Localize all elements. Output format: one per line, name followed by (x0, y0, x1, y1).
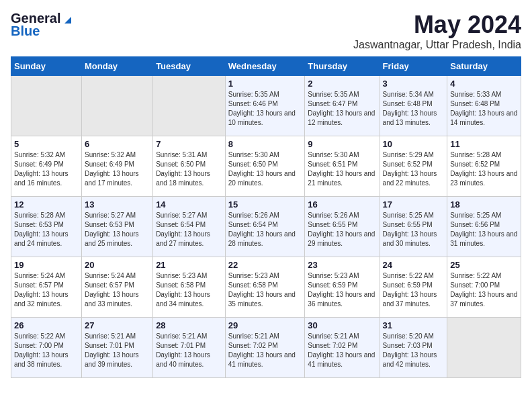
day-info: Sunrise: 5:30 AM Sunset: 6:51 PM Dayligh… (308, 150, 376, 188)
calendar-cell (81, 76, 152, 136)
day-number: 30 (308, 320, 376, 330)
day-info: Sunrise: 5:35 AM Sunset: 6:46 PM Dayligh… (228, 90, 302, 128)
day-number: 25 (450, 260, 518, 270)
day-number: 20 (85, 260, 150, 270)
day-info: Sunrise: 5:24 AM Sunset: 6:57 PM Dayligh… (85, 271, 150, 309)
calendar-cell: 4 Sunrise: 5:33 AM Sunset: 6:48 PM Dayli… (447, 76, 521, 136)
day-number: 13 (85, 199, 150, 210)
day-info: Sunrise: 5:30 AM Sunset: 6:50 PM Dayligh… (228, 150, 302, 188)
day-info: Sunrise: 5:27 AM Sunset: 6:53 PM Dayligh… (85, 211, 150, 248)
day-info: Sunrise: 5:28 AM Sunset: 6:52 PM Dayligh… (450, 150, 518, 188)
day-number: 9 (308, 139, 376, 149)
calendar-cell: 28 Sunrise: 5:21 AM Sunset: 7:01 PM Dayl… (153, 318, 226, 378)
calendar-cell: 20 Sunrise: 5:24 AM Sunset: 6:57 PM Dayl… (81, 257, 152, 318)
day-number: 3 (383, 79, 445, 89)
weekday-header-row: SundayMondayTuesdayWednesdayThursdayFrid… (11, 57, 521, 76)
day-number: 17 (383, 199, 445, 210)
day-number: 11 (450, 139, 518, 149)
calendar-cell: 23 Sunrise: 5:23 AM Sunset: 6:59 PM Dayl… (305, 257, 380, 318)
day-number: 29 (228, 320, 302, 330)
weekday-header: Tuesday (153, 57, 226, 76)
day-info: Sunrise: 5:23 AM Sunset: 6:58 PM Dayligh… (156, 271, 222, 309)
calendar-cell: 2 Sunrise: 5:35 AM Sunset: 6:47 PM Dayli… (305, 76, 380, 136)
day-number: 12 (14, 199, 79, 210)
calendar-cell (11, 76, 82, 136)
calendar-cell: 9 Sunrise: 5:30 AM Sunset: 6:51 PM Dayli… (305, 136, 380, 197)
day-info: Sunrise: 5:20 AM Sunset: 7:03 PM Dayligh… (383, 332, 445, 369)
calendar-cell: 30 Sunrise: 5:21 AM Sunset: 7:02 PM Dayl… (305, 318, 380, 378)
day-number: 14 (156, 199, 222, 210)
day-number: 16 (308, 199, 376, 210)
day-info: Sunrise: 5:32 AM Sunset: 6:49 PM Dayligh… (14, 150, 79, 188)
day-number: 31 (383, 320, 445, 330)
logo: General Blue (11, 11, 74, 39)
page-header: General Blue May 2024 Jaswantnagar, Utta… (11, 11, 521, 51)
day-info: Sunrise: 5:22 AM Sunset: 6:59 PM Dayligh… (383, 271, 445, 309)
day-info: Sunrise: 5:21 AM Sunset: 7:02 PM Dayligh… (228, 332, 302, 369)
day-info: Sunrise: 5:26 AM Sunset: 6:55 PM Dayligh… (308, 211, 376, 248)
calendar-cell: 29 Sunrise: 5:21 AM Sunset: 7:02 PM Dayl… (225, 318, 305, 378)
calendar-week-row: 26 Sunrise: 5:22 AM Sunset: 7:00 PM Dayl… (11, 318, 521, 378)
day-number: 4 (450, 79, 518, 89)
calendar-cell (447, 318, 521, 378)
calendar-week-row: 12 Sunrise: 5:28 AM Sunset: 6:53 PM Dayl… (11, 197, 521, 257)
calendar-cell: 21 Sunrise: 5:23 AM Sunset: 6:58 PM Dayl… (153, 257, 226, 318)
logo-icon (62, 13, 74, 25)
day-number: 5 (14, 139, 79, 149)
day-number: 28 (156, 320, 222, 330)
calendar-cell: 18 Sunrise: 5:25 AM Sunset: 6:56 PM Dayl… (447, 197, 521, 257)
day-number: 10 (383, 139, 445, 149)
calendar-week-row: 1 Sunrise: 5:35 AM Sunset: 6:46 PM Dayli… (11, 76, 521, 136)
day-info: Sunrise: 5:32 AM Sunset: 6:49 PM Dayligh… (85, 150, 150, 188)
day-info: Sunrise: 5:26 AM Sunset: 6:54 PM Dayligh… (228, 211, 302, 248)
day-info: Sunrise: 5:34 AM Sunset: 6:48 PM Dayligh… (383, 90, 445, 128)
day-number: 18 (450, 199, 518, 210)
day-number: 21 (156, 260, 222, 270)
day-number: 8 (228, 139, 302, 149)
day-info: Sunrise: 5:31 AM Sunset: 6:50 PM Dayligh… (156, 150, 222, 188)
weekday-header: Sunday (11, 57, 82, 76)
calendar-cell (153, 76, 226, 136)
day-info: Sunrise: 5:23 AM Sunset: 6:59 PM Dayligh… (308, 271, 376, 309)
day-number: 1 (228, 79, 302, 89)
calendar-cell: 10 Sunrise: 5:29 AM Sunset: 6:52 PM Dayl… (380, 136, 447, 197)
weekday-header: Thursday (305, 57, 380, 76)
day-number: 7 (156, 139, 222, 149)
calendar-cell: 31 Sunrise: 5:20 AM Sunset: 7:03 PM Dayl… (380, 318, 447, 378)
day-info: Sunrise: 5:24 AM Sunset: 6:57 PM Dayligh… (14, 271, 79, 309)
day-info: Sunrise: 5:21 AM Sunset: 7:01 PM Dayligh… (85, 332, 150, 369)
calendar-cell: 14 Sunrise: 5:27 AM Sunset: 6:54 PM Dayl… (153, 197, 226, 257)
calendar-cell: 13 Sunrise: 5:27 AM Sunset: 6:53 PM Dayl… (81, 197, 152, 257)
svg-marker-0 (64, 17, 71, 24)
calendar-cell: 8 Sunrise: 5:30 AM Sunset: 6:50 PM Dayli… (225, 136, 305, 197)
day-info: Sunrise: 5:33 AM Sunset: 6:48 PM Dayligh… (450, 90, 518, 128)
calendar-cell: 16 Sunrise: 5:26 AM Sunset: 6:55 PM Dayl… (305, 197, 380, 257)
logo-blue: Blue (11, 24, 40, 39)
calendar-cell: 17 Sunrise: 5:25 AM Sunset: 6:55 PM Dayl… (380, 197, 447, 257)
calendar-cell: 6 Sunrise: 5:32 AM Sunset: 6:49 PM Dayli… (81, 136, 152, 197)
day-info: Sunrise: 5:29 AM Sunset: 6:52 PM Dayligh… (383, 150, 445, 188)
calendar-week-row: 19 Sunrise: 5:24 AM Sunset: 6:57 PM Dayl… (11, 257, 521, 318)
calendar-cell: 3 Sunrise: 5:34 AM Sunset: 6:48 PM Dayli… (380, 76, 447, 136)
calendar-cell: 11 Sunrise: 5:28 AM Sunset: 6:52 PM Dayl… (447, 136, 521, 197)
calendar-cell: 27 Sunrise: 5:21 AM Sunset: 7:01 PM Dayl… (81, 318, 152, 378)
day-info: Sunrise: 5:21 AM Sunset: 7:02 PM Dayligh… (308, 332, 376, 369)
day-number: 26 (14, 320, 79, 330)
day-number: 19 (14, 260, 79, 270)
day-info: Sunrise: 5:25 AM Sunset: 6:55 PM Dayligh… (383, 211, 445, 248)
day-info: Sunrise: 5:28 AM Sunset: 6:53 PM Dayligh… (14, 211, 79, 248)
calendar-cell: 7 Sunrise: 5:31 AM Sunset: 6:50 PM Dayli… (153, 136, 226, 197)
day-number: 23 (308, 260, 376, 270)
calendar-cell: 24 Sunrise: 5:22 AM Sunset: 6:59 PM Dayl… (380, 257, 447, 318)
day-info: Sunrise: 5:25 AM Sunset: 6:56 PM Dayligh… (450, 211, 518, 248)
day-info: Sunrise: 5:35 AM Sunset: 6:47 PM Dayligh… (308, 90, 376, 128)
weekday-header: Saturday (447, 57, 521, 76)
calendar-week-row: 5 Sunrise: 5:32 AM Sunset: 6:49 PM Dayli… (11, 136, 521, 197)
calendar-cell: 26 Sunrise: 5:22 AM Sunset: 7:00 PM Dayl… (11, 318, 82, 378)
calendar-cell: 15 Sunrise: 5:26 AM Sunset: 6:54 PM Dayl… (225, 197, 305, 257)
weekday-header: Friday (380, 57, 447, 76)
calendar-cell: 25 Sunrise: 5:22 AM Sunset: 7:00 PM Dayl… (447, 257, 521, 318)
calendar-cell: 1 Sunrise: 5:35 AM Sunset: 6:46 PM Dayli… (225, 76, 305, 136)
day-number: 15 (228, 199, 302, 210)
day-info: Sunrise: 5:22 AM Sunset: 7:00 PM Dayligh… (450, 271, 518, 309)
